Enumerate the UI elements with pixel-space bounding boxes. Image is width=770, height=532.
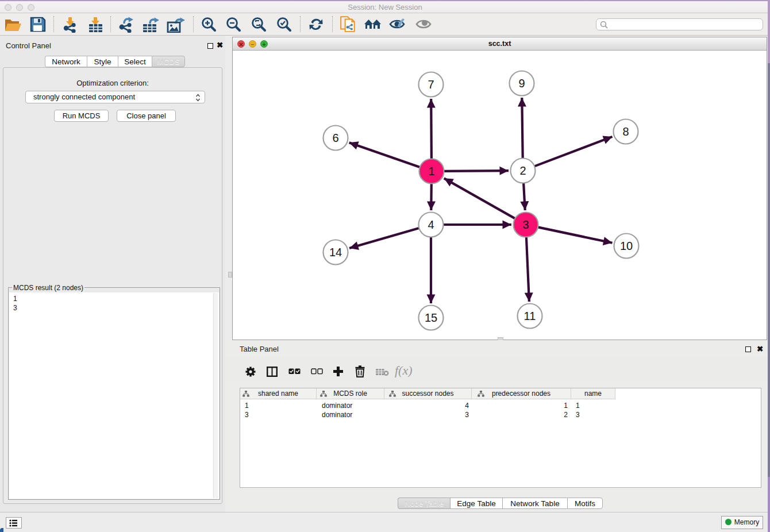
svg-text:11: 11 [524,310,536,322]
svg-text:9: 9 [518,77,525,90]
svg-text:6: 6 [332,132,338,144]
svg-text:14: 14 [329,246,342,259]
svg-text:15: 15 [425,311,437,324]
svg-text:3: 3 [522,218,529,231]
svg-text:10: 10 [620,240,633,252]
svg-text:7: 7 [428,78,434,91]
svg-text:2: 2 [519,164,526,177]
svg-text:1: 1 [428,165,434,178]
svg-text:4: 4 [428,218,434,231]
svg-text:8: 8 [622,125,629,138]
